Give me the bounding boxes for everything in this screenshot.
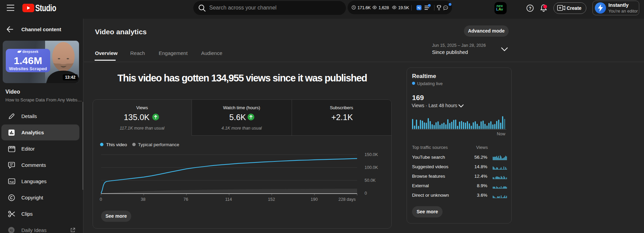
svg-text:?: ?	[529, 6, 531, 11]
